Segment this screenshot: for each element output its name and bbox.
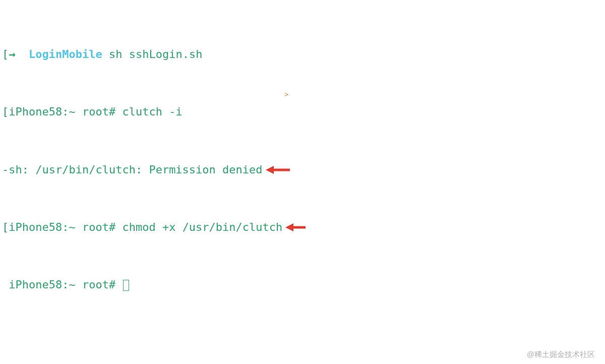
terminal-line-2: -sh: /usr/bin/clutch: Permission denied [2,163,603,177]
command-text: sh sshLogin.sh [102,47,203,62]
cursor-icon[interactable] [123,280,129,291]
bracket [2,278,9,292]
stray-mark: > [284,90,288,99]
command-text: chmod +x /usr/bin/clutch [122,220,282,235]
bracket: [ [2,105,9,119]
watermark-text: @稀土掘金技术社区 [527,349,595,359]
svg-marker-3 [285,223,293,231]
command-text: clutch -i [122,105,182,119]
terminal-line-0: [→ LoginMobile sh sshLogin.sh [2,47,603,62]
prompt-arrow-icon: → [9,47,29,62]
terminal-line-4: iPhone58:~ root# [2,278,603,292]
bracket: [ [2,220,9,235]
terminal-line-1: [iPhone58:~ root# clutch -i [2,105,603,119]
terminal-output[interactable]: [→ LoginMobile sh sshLogin.sh [iPhone58:… [2,4,603,321]
annotation-arrow-icon [266,164,290,175]
bracket: [ [2,47,9,62]
error-output: -sh: /usr/bin/clutch: Permission denied [2,163,263,177]
shell-prompt: iPhone58:~ root# [9,278,122,292]
prompt-dirname: LoginMobile [29,47,102,62]
terminal-line-3: [iPhone58:~ root# chmod +x /usr/bin/clut… [2,220,603,235]
shell-prompt: iPhone58:~ root# [9,105,122,119]
annotation-arrow-icon [285,222,306,233]
shell-prompt: iPhone58:~ root# [9,220,122,235]
svg-marker-1 [266,166,274,174]
